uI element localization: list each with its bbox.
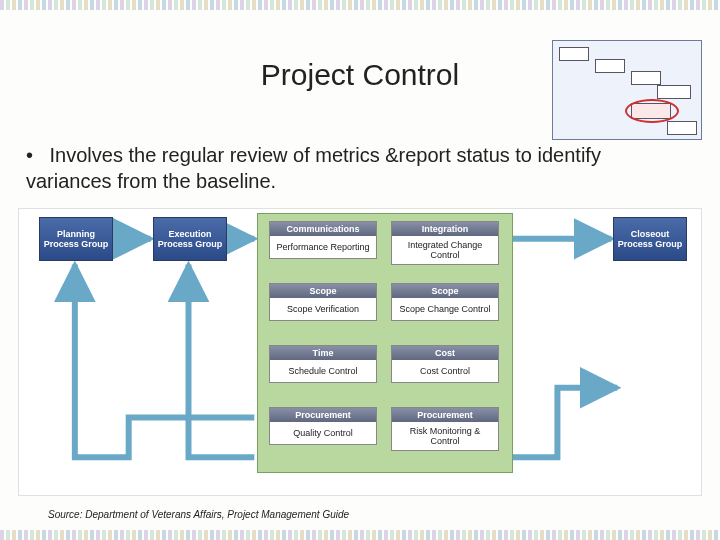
cell-communications: Communications Performance Reporting: [269, 221, 377, 259]
cell-header: Time: [270, 346, 376, 360]
bullet-content: Involves the regular review of metrics &…: [26, 144, 601, 192]
decoration-bottom-stripe: [0, 530, 720, 540]
cell-body: Risk Monitoring & Control: [392, 422, 498, 450]
cell-procurement-quality: Procurement Quality Control: [269, 407, 377, 445]
cell-body: Scope Change Control: [392, 298, 498, 320]
cell-header: Procurement: [392, 408, 498, 422]
box-closeout: Closeout Process Group: [613, 217, 687, 261]
cell-body: Performance Reporting: [270, 236, 376, 258]
cell-header: Scope: [270, 284, 376, 298]
lifecycle-thumbnail: [552, 40, 702, 140]
cell-body: Integrated Change Control: [392, 236, 498, 264]
cell-procurement-risk: Procurement Risk Monitoring & Control: [391, 407, 499, 451]
cell-scope-verification: Scope Scope Verification: [269, 283, 377, 321]
cell-body: Quality Control: [270, 422, 376, 444]
cell-header: Communications: [270, 222, 376, 236]
cell-header: Procurement: [270, 408, 376, 422]
cell-cost: Cost Cost Control: [391, 345, 499, 383]
bullet-icon: •: [26, 142, 44, 168]
decoration-top-stripe: [0, 0, 720, 10]
cell-body: Scope Verification: [270, 298, 376, 320]
box-planning: Planning Process Group: [39, 217, 113, 261]
cell-header: Integration: [392, 222, 498, 236]
cell-integration: Integration Integrated Change Control: [391, 221, 499, 265]
process-diagram: Planning Process Group Execution Process…: [18, 208, 702, 496]
cell-scope-change: Scope Scope Change Control: [391, 283, 499, 321]
source-citation: Source: Department of Veterans Affairs, …: [48, 509, 349, 520]
bullet-text: • Involves the regular review of metrics…: [26, 142, 680, 194]
cell-header: Scope: [392, 284, 498, 298]
cell-body: Cost Control: [392, 360, 498, 382]
cell-header: Cost: [392, 346, 498, 360]
cell-body: Schedule Control: [270, 360, 376, 382]
box-execution: Execution Process Group: [153, 217, 227, 261]
cell-time: Time Schedule Control: [269, 345, 377, 383]
